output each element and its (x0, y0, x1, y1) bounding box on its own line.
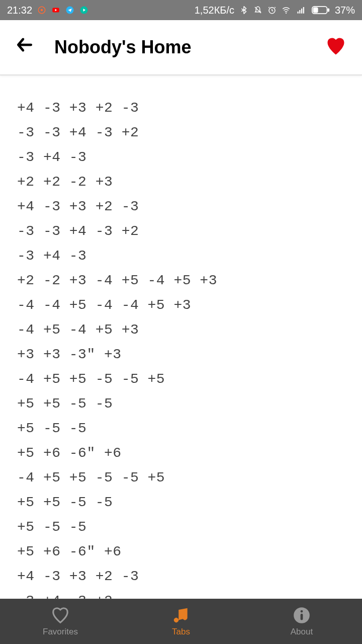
tab-line: +4 -3 +3 +2 -3 (17, 194, 345, 219)
nav-favorites-label: Favorites (43, 627, 78, 637)
bluetooth-icon (239, 6, 248, 15)
tab-line: -3 +4 -3 +2 (17, 589, 345, 599)
svg-point-16 (301, 610, 303, 613)
page-title: Nobody's Home (54, 37, 325, 58)
svg-rect-8 (297, 12, 298, 14)
telegram-icon (65, 6, 74, 15)
tab-line: +4 -3 +3 +2 -3 (17, 96, 345, 120)
status-bar: 21:32 1,52КБ/с 37% (0, 0, 362, 20)
tab-line: +2 +2 -2 +3 (17, 170, 345, 194)
nav-about[interactable]: About (241, 599, 362, 644)
svg-rect-17 (301, 614, 303, 620)
back-button[interactable] (15, 35, 34, 59)
svg-rect-9 (299, 10, 300, 14)
tab-line: +2 -2 +3 -4 +5 -4 +5 +3 (17, 268, 345, 293)
svg-rect-13 (327, 8, 329, 12)
battery-percent: 37% (335, 5, 355, 16)
tab-line: -3 +4 -3 (17, 244, 345, 268)
tab-line: +3 +3 -3" +3 (17, 342, 345, 367)
tab-line: -3 +4 -3 (17, 145, 345, 170)
tab-line: -4 +5 -4 +5 +3 (17, 317, 345, 342)
heart-outline-icon (51, 606, 70, 625)
tab-line: -3 -3 +4 -3 +2 (17, 120, 345, 145)
youtube-icon (51, 6, 60, 15)
svg-rect-11 (303, 7, 304, 14)
tab-content[interactable]: +4 -3 +3 +2 -3-3 -3 +4 -3 +2-3 +4 -3+2 +… (0, 75, 362, 599)
tab-line: +5 +5 -5 -5 (17, 490, 345, 515)
battery-icon (312, 6, 330, 15)
tab-line: -4 +5 +5 -5 -5 +5 (17, 367, 345, 391)
notification-muted-icon (253, 6, 262, 15)
signal-icon (296, 6, 307, 15)
svg-point-7 (286, 13, 287, 14)
heart-icon (325, 35, 347, 57)
music-note-icon (171, 606, 191, 625)
nav-favorites[interactable]: Favorites (0, 599, 121, 644)
bottom-nav: Favorites Tabs About (0, 599, 362, 644)
tab-line: +5 +5 -5 -5 (17, 391, 345, 416)
app-icon-1 (37, 6, 46, 15)
wifi-icon (282, 6, 291, 15)
tab-line: +5 +6 -6" +6 (17, 539, 345, 564)
info-icon (292, 606, 311, 625)
tab-line: -3 -3 +4 -3 +2 (17, 219, 345, 244)
svg-rect-10 (301, 9, 302, 14)
nav-tabs[interactable]: Tabs (121, 599, 241, 644)
tab-line: -4 +5 +5 -5 -5 +5 (17, 465, 345, 490)
tab-line: +5 +6 -6" +6 (17, 441, 345, 465)
tab-line: +5 -5 -5 (17, 416, 345, 441)
data-rate: 1,52КБ/с (195, 5, 234, 16)
tab-line: -4 -4 +5 -4 -4 +5 +3 (17, 293, 345, 317)
svg-rect-14 (313, 8, 318, 13)
tab-line: +5 -5 -5 (17, 515, 345, 539)
tab-line: +4 -3 +3 +2 -3 (17, 564, 345, 589)
nav-tabs-label: Tabs (172, 627, 190, 637)
status-time: 21:32 (7, 5, 32, 16)
alarm-icon (267, 6, 277, 15)
nav-about-label: About (291, 627, 313, 637)
favorite-button[interactable] (325, 35, 347, 59)
app-header: Nobody's Home (0, 20, 362, 75)
svg-point-1 (41, 9, 43, 12)
app-icon-2 (79, 6, 88, 15)
